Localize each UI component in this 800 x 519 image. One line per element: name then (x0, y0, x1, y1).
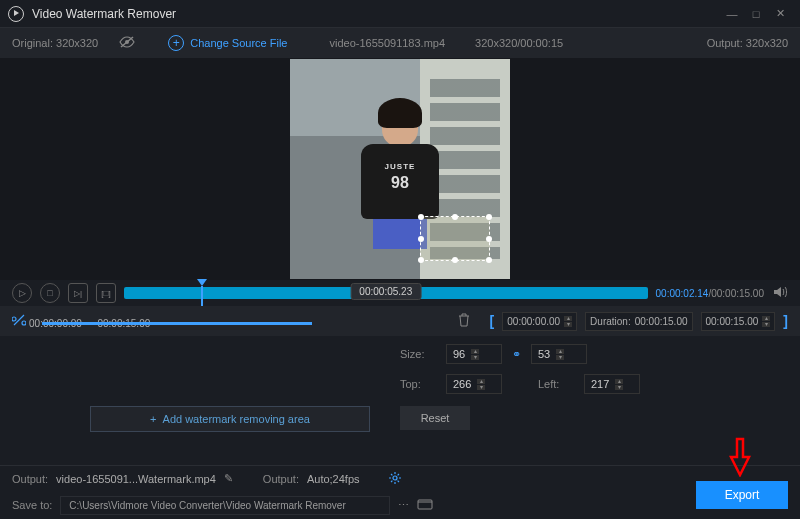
svg-rect-3 (418, 500, 432, 509)
capture-button[interactable]: [□] (96, 283, 116, 303)
save-path-input[interactable]: C:\Users\Vidmore Video Converter\Video W… (60, 496, 390, 515)
source-dims-time: 320x320/00:00:15 (475, 37, 563, 49)
output-file-label: Output: (12, 473, 48, 485)
time-display: 00:00:02.14/00:00:15.00 (656, 288, 764, 299)
output-settings-row: Output: video-1655091...Watermark.mp4 ✎ … (0, 465, 800, 491)
delete-segment-icon[interactable] (458, 313, 470, 329)
output-filename: video-1655091...Watermark.mp4 (56, 473, 216, 485)
time-current: 00:00:02.14 (656, 288, 709, 299)
end-time-input[interactable]: 00:00:15.00 ▴▾ (701, 312, 776, 331)
time-total: /00:00:15.00 (708, 288, 764, 299)
stop-button[interactable]: □ (40, 283, 60, 303)
source-filename: video-1655091183.mp4 (329, 37, 445, 49)
handle-mid-left[interactable] (418, 236, 424, 242)
change-source-label: Change Source File (190, 37, 287, 49)
video-preview[interactable]: JUSTE 98 (0, 58, 800, 280)
change-source-button[interactable]: + Change Source File (168, 35, 287, 51)
titlebar: Video Watermark Remover — □ ✕ (0, 0, 800, 28)
edit-filename-icon[interactable]: ✎ (224, 472, 233, 485)
output-format-label: Output: (263, 473, 299, 485)
toolbar: Original: 320x320 + Change Source File v… (0, 28, 800, 58)
plus-circle-icon: + (168, 35, 184, 51)
playback-controls: ▷ □ ▷| [□] 00:00:05.23 00:00:02.14/00:00… (0, 280, 800, 306)
spin-up[interactable]: ▴ (564, 316, 572, 321)
play-button[interactable]: ▷ (12, 283, 32, 303)
top-label: Top: (400, 378, 436, 390)
output-format: Auto;24fps (307, 473, 360, 485)
left-label: Left: (538, 378, 574, 390)
playhead-marker[interactable] (197, 279, 207, 286)
svg-point-2 (393, 476, 397, 480)
top-input[interactable]: 266▴▾ (446, 374, 502, 394)
handle-top-right[interactable] (486, 214, 492, 220)
minimize-button[interactable]: — (720, 4, 744, 24)
volume-icon[interactable] (772, 285, 788, 301)
watermark-selection-box[interactable] (420, 216, 490, 261)
save-to-label: Save to: (12, 499, 52, 511)
segment-bar[interactable] (42, 322, 312, 325)
app-title: Video Watermark Remover (32, 7, 720, 21)
output-settings-icon[interactable] (388, 471, 402, 487)
size-width-input[interactable]: 96▴▾ (446, 344, 502, 364)
bracket-right-icon[interactable]: ] (783, 313, 788, 329)
handle-mid-right[interactable] (486, 236, 492, 242)
close-button[interactable]: ✕ (768, 4, 792, 24)
add-watermark-area-button[interactable]: + Add watermark removing area (90, 406, 370, 432)
handle-top-left[interactable] (418, 214, 424, 220)
timeline-scrubber[interactable]: 00:00:05.23 (124, 287, 648, 299)
handle-bot-mid[interactable] (452, 257, 458, 263)
browse-folder-icon[interactable] (417, 498, 433, 512)
shirt-text: JUSTE (361, 162, 439, 171)
more-options-icon[interactable]: ⋯ (398, 499, 409, 512)
spin-up[interactable]: ▴ (762, 316, 770, 321)
arrow-annotation (728, 437, 752, 477)
plus-icon: + (150, 413, 156, 425)
visibility-toggle-icon[interactable] (118, 35, 136, 51)
size-height-input[interactable]: 53▴▾ (531, 344, 587, 364)
video-frame: JUSTE 98 (290, 59, 510, 279)
timeline-tooltip: 00:00:05.23 (350, 283, 421, 300)
bracket-left-icon[interactable]: [ (490, 313, 495, 329)
segment-row: 00:00:00.00 — 00:00:15.00 [ 00:00:00.00 … (0, 306, 800, 336)
maximize-button[interactable]: □ (744, 4, 768, 24)
save-location-row: Save to: C:\Users\Vidmore Video Converte… (0, 491, 800, 519)
left-input[interactable]: 217▴▾ (584, 374, 640, 394)
handle-bot-left[interactable] (418, 257, 424, 263)
step-forward-button[interactable]: ▷| (68, 283, 88, 303)
spin-down[interactable]: ▾ (762, 322, 770, 327)
reset-button[interactable]: Reset (400, 406, 470, 430)
shirt-number: 98 (361, 174, 439, 192)
handle-top-mid[interactable] (452, 214, 458, 220)
original-dimensions: Original: 320x320 (12, 37, 98, 49)
spin-down[interactable]: ▾ (564, 322, 572, 327)
start-time-input[interactable]: 00:00:00.00 ▴▾ (502, 312, 577, 331)
duration-input[interactable]: Duration:00:00:15.00 (585, 312, 692, 331)
app-logo-icon (8, 6, 24, 22)
watermark-params: Size: 96▴▾ ⚭ 53▴▾ Top: 266▴▾ Left: 217▴▾ (0, 336, 800, 402)
link-aspect-icon[interactable]: ⚭ (512, 348, 521, 361)
segment-icon (12, 317, 29, 329)
output-dimensions: Output: 320x320 (707, 37, 788, 49)
handle-bot-right[interactable] (486, 257, 492, 263)
export-button[interactable]: Export (696, 481, 788, 509)
size-label: Size: (400, 348, 436, 360)
